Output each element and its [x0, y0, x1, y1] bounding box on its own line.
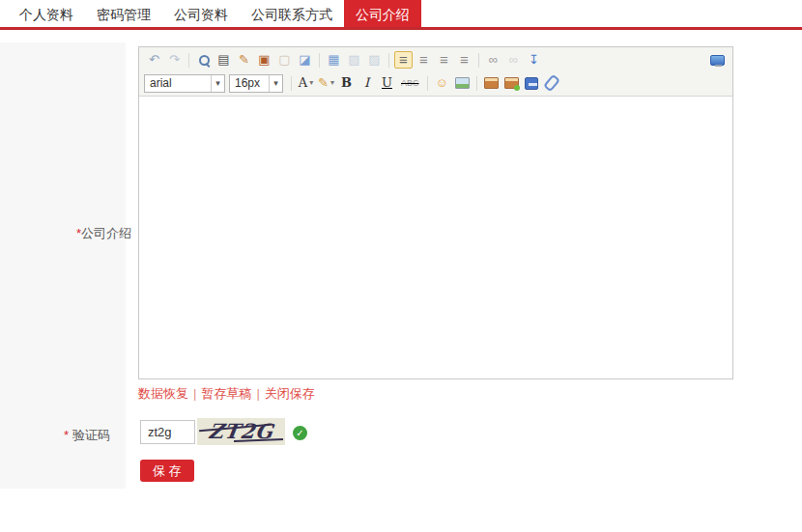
bold-icon[interactable]: B	[337, 74, 356, 92]
underline-icon-glyph: U	[382, 74, 392, 92]
undo-icon[interactable]: ↶	[145, 51, 163, 69]
split-cells-icon-glyph: ▨	[368, 51, 380, 69]
toolbar-separator	[319, 53, 320, 68]
toolbar-row-2: arial ▾ 16px ▾ A▾✎▾BIUABC☺	[139, 71, 732, 95]
page: 个人资料密码管理公司资料公司联系方式公司介绍 *公司介绍 ↶↷▤✎▣▢◪▦▧▨≡…	[0, 0, 802, 532]
toolbar-separator	[388, 53, 389, 68]
save-button[interactable]: 保 存	[140, 460, 194, 482]
editor-action-links: 数据恢复|暂存草稿|关闭保存	[138, 385, 315, 403]
underline-icon[interactable]: U	[378, 74, 396, 92]
highlight-color-icon-glyph: ✎	[318, 74, 329, 92]
unlink-icon-glyph: ∞	[509, 51, 518, 69]
fullscreen-icon[interactable]	[708, 51, 727, 69]
font-color-icon-glyph: A	[299, 74, 307, 92]
italic-icon-glyph: I	[364, 74, 369, 92]
media-icon[interactable]	[523, 74, 541, 92]
align-right-icon[interactable]: ≡	[435, 51, 453, 69]
tab-personal[interactable]: 个人资料	[8, 0, 85, 27]
chevron-down-icon: ▾	[309, 74, 313, 92]
captcha-input[interactable]	[140, 420, 195, 444]
toolbar-row2-icons: A▾✎▾BIUABC☺	[287, 74, 562, 92]
paste-word-icon-glyph: ▣	[258, 51, 270, 69]
format-brush-icon-glyph: ✎	[239, 51, 249, 69]
table-icon-glyph: ▦	[328, 51, 339, 69]
align-right-icon-glyph: ≡	[440, 51, 448, 69]
toolbar-row1-icons: ↶↷▤✎▣▢◪▦▧▨≡≡≡≡∞∞↧	[144, 51, 544, 69]
anchor-icon-glyph: ↧	[529, 51, 539, 69]
align-center-icon[interactable]: ≡	[415, 51, 433, 69]
unlink-icon[interactable]: ∞	[504, 51, 523, 69]
toolbar-separator	[478, 53, 479, 68]
captcha-image[interactable]: ZT2G	[197, 418, 285, 445]
editor-link-close-save[interactable]: 关闭保存	[265, 386, 315, 401]
link-separator: |	[193, 386, 196, 401]
editor-toolbar: ↶↷▤✎▣▢◪▦▧▨≡≡≡≡∞∞↧ arial ▾ 16px ▾ A▾✎▾BIU…	[139, 47, 732, 97]
align-left-icon-glyph: ≡	[399, 51, 408, 69]
split-cells-icon[interactable]: ▨	[365, 51, 384, 69]
align-justify-icon-glyph: ≡	[460, 51, 469, 69]
table-icon[interactable]: ▦	[325, 51, 343, 69]
merge-cells-icon-glyph: ▧	[348, 51, 359, 69]
chevron-down-icon: ▾	[211, 75, 224, 92]
toolbar-separator	[476, 76, 477, 91]
align-left-icon[interactable]: ≡	[394, 51, 413, 69]
font-size-select[interactable]: 16px ▾	[229, 74, 283, 93]
redo-icon[interactable]: ↷	[165, 51, 184, 69]
tab-company-intro[interactable]: 公司介绍	[344, 0, 421, 27]
tab-password[interactable]: 密码管理	[85, 0, 162, 27]
link-separator: |	[256, 386, 259, 401]
toolbar-separator	[291, 76, 292, 91]
paste-icon[interactable]: ▢	[275, 51, 294, 69]
field-label-panel	[0, 42, 126, 489]
font-family-select[interactable]: arial ▾	[144, 74, 225, 93]
link-icon-glyph: ∞	[489, 51, 498, 69]
print-icon[interactable]: ▤	[215, 51, 233, 69]
tab-company-info[interactable]: 公司资料	[162, 0, 240, 27]
eraser-icon[interactable]: ◪	[296, 51, 314, 69]
tab-bar: 个人资料密码管理公司资料公司联系方式公司介绍	[0, 0, 802, 30]
chevron-down-icon: ▾	[269, 75, 282, 92]
attachment-icon[interactable]	[543, 74, 561, 92]
editor-link-data-restore[interactable]: 数据恢复	[138, 386, 188, 401]
highlight-color-icon[interactable]: ✎▾	[317, 74, 335, 92]
editor-content-area[interactable]	[139, 97, 732, 378]
company-intro-label: *公司介绍	[0, 225, 131, 242]
strikethrough-icon[interactable]: ABC	[398, 74, 422, 92]
paste-word-icon[interactable]: ▣	[255, 51, 273, 69]
italic-icon[interactable]: I	[358, 74, 376, 92]
format-brush-icon[interactable]: ✎	[235, 51, 253, 69]
align-center-icon-glyph: ≡	[419, 51, 428, 69]
paste-icon-glyph: ▢	[278, 51, 290, 69]
captcha-valid-check-icon	[293, 426, 307, 440]
toolbar-row-1: ↶↷▤✎▣▢◪▦▧▨≡≡≡≡∞∞↧	[139, 48, 732, 71]
align-justify-icon[interactable]: ≡	[455, 51, 473, 69]
emoticon-icon-glyph: ☺	[435, 74, 447, 92]
anchor-icon[interactable]: ↧	[525, 51, 543, 69]
bold-icon-glyph: B	[341, 74, 352, 92]
toolbar-separator	[188, 53, 189, 68]
preview-icon[interactable]	[194, 51, 213, 69]
required-asterisk: *	[64, 428, 69, 442]
tab-company-contact[interactable]: 公司联系方式	[240, 0, 344, 27]
rich-text-editor: ↶↷▤✎▣▢◪▦▧▨≡≡≡≡∞∞↧ arial ▾ 16px ▾ A▾✎▾BIU…	[138, 46, 733, 379]
image-icon[interactable]	[453, 74, 472, 92]
print-icon-glyph: ▤	[217, 51, 229, 69]
toolbar-separator	[427, 76, 428, 91]
captcha-label: *验证码	[0, 427, 110, 444]
strikethrough-icon-glyph: ABC	[401, 74, 419, 92]
link-icon[interactable]: ∞	[484, 51, 502, 69]
emoticon-icon[interactable]: ☺	[433, 74, 451, 92]
merge-cells-icon[interactable]: ▧	[345, 51, 363, 69]
undo-icon-glyph: ↶	[149, 51, 159, 69]
font-color-icon[interactable]: A▾	[297, 74, 315, 92]
flash-icon[interactable]	[482, 74, 501, 92]
chevron-down-icon: ▾	[330, 74, 334, 92]
eraser-icon-glyph: ◪	[299, 51, 310, 69]
editor-link-save-draft[interactable]: 暂存草稿	[201, 386, 251, 401]
upload-image-icon[interactable]	[502, 74, 521, 92]
captcha-image-text: ZT2G	[197, 418, 285, 444]
redo-icon-glyph: ↷	[169, 51, 180, 69]
